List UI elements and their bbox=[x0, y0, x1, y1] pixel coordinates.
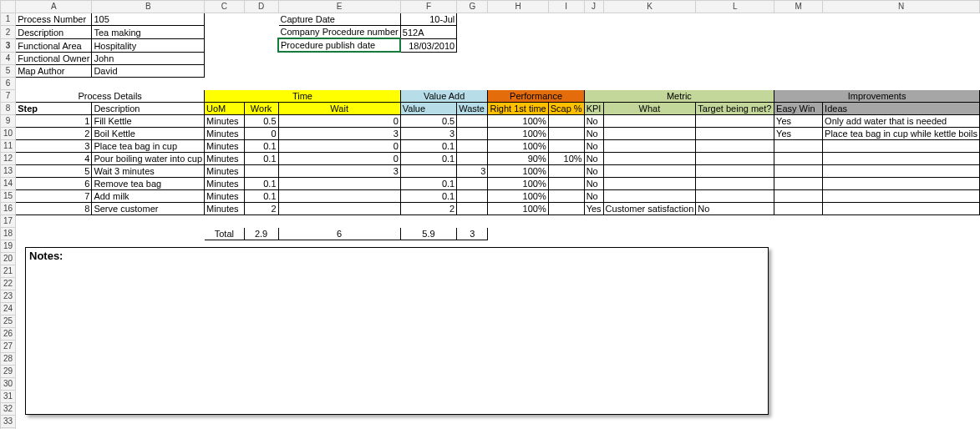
row-hdr[interactable]: 1 bbox=[1, 13, 16, 26]
cell[interactable]: 0 bbox=[278, 152, 400, 164]
cell[interactable] bbox=[823, 152, 980, 164]
cell[interactable]: 2 bbox=[400, 202, 456, 214]
cell[interactable]: John bbox=[92, 52, 205, 64]
cell[interactable]: 0 bbox=[278, 114, 400, 127]
cell[interactable]: 3 bbox=[400, 127, 456, 139]
cell[interactable]: Minutes bbox=[205, 139, 245, 152]
cell[interactable]: 0.1 bbox=[244, 177, 278, 189]
cell[interactable]: 0 bbox=[244, 127, 278, 139]
cell[interactable] bbox=[774, 189, 823, 202]
cell[interactable]: Functional Owner bbox=[16, 52, 92, 64]
cell[interactable] bbox=[548, 177, 584, 189]
cell[interactable] bbox=[457, 139, 488, 152]
table-row[interactable]: 135Wait 3 minutesMinutes33100%No bbox=[1, 164, 980, 177]
cell[interactable] bbox=[823, 177, 980, 189]
cell[interactable]: 10-Jul bbox=[400, 13, 456, 26]
table-row[interactable]: 168Serve customerMinutes22100%YesCustome… bbox=[1, 202, 980, 214]
table-row[interactable]: 113Place tea bag in cupMinutes0.100.1100… bbox=[1, 139, 980, 152]
cell[interactable] bbox=[774, 177, 823, 189]
cell[interactable] bbox=[244, 164, 278, 177]
cell[interactable]: 5 bbox=[16, 164, 92, 177]
cell[interactable] bbox=[457, 152, 488, 164]
cell[interactable]: 2 bbox=[16, 127, 92, 139]
cell[interactable] bbox=[457, 177, 488, 189]
cell[interactable]: 2 bbox=[244, 202, 278, 214]
col-D[interactable]: D bbox=[244, 1, 278, 13]
table-row[interactable]: 157Add milkMinutes0.10.1100%No bbox=[1, 189, 980, 202]
cell[interactable]: David bbox=[92, 64, 205, 77]
cell[interactable]: 1 bbox=[16, 114, 92, 127]
cell[interactable]: 3 bbox=[278, 127, 400, 139]
cell[interactable] bbox=[696, 164, 774, 177]
cell[interactable] bbox=[457, 202, 488, 214]
cell[interactable] bbox=[823, 189, 980, 202]
cell[interactable]: Serve customer bbox=[92, 202, 205, 214]
col-C[interactable]: C bbox=[205, 1, 245, 13]
cell[interactable]: Company Procedure number bbox=[278, 26, 400, 39]
cell[interactable] bbox=[774, 139, 823, 152]
cell[interactable]: 100% bbox=[488, 189, 548, 202]
cell[interactable]: 7 bbox=[16, 189, 92, 202]
cell[interactable]: Minutes bbox=[205, 177, 245, 189]
cell[interactable]: Minutes bbox=[205, 127, 245, 139]
cell[interactable]: Description bbox=[16, 26, 92, 39]
cell[interactable]: No bbox=[584, 189, 603, 202]
cell[interactable] bbox=[696, 139, 774, 152]
cell[interactable]: No bbox=[584, 177, 603, 189]
cell[interactable]: Pour boiling water into cup bbox=[92, 152, 205, 164]
cell[interactable] bbox=[696, 189, 774, 202]
cell[interactable]: Yes bbox=[584, 202, 603, 214]
cell[interactable]: Map Author bbox=[16, 64, 92, 77]
col-I[interactable]: I bbox=[548, 1, 584, 13]
col-M[interactable]: M bbox=[774, 1, 823, 13]
cell[interactable] bbox=[278, 202, 400, 214]
cell[interactable]: No bbox=[584, 152, 603, 164]
cell[interactable] bbox=[823, 139, 980, 152]
cell[interactable] bbox=[603, 139, 696, 152]
cell[interactable]: 100% bbox=[488, 202, 548, 214]
cell[interactable] bbox=[603, 127, 696, 139]
col-J[interactable]: J bbox=[584, 1, 603, 13]
cell[interactable] bbox=[548, 114, 584, 127]
cell[interactable] bbox=[603, 114, 696, 127]
cell[interactable]: Yes bbox=[774, 127, 823, 139]
cell[interactable]: 100% bbox=[488, 114, 548, 127]
cell[interactable]: Minutes bbox=[205, 152, 245, 164]
row-5[interactable]: 5 Map Author David bbox=[1, 64, 980, 77]
cell[interactable] bbox=[457, 189, 488, 202]
cell[interactable]: Capture Date bbox=[278, 13, 400, 26]
cell[interactable]: Tea making bbox=[92, 26, 205, 39]
cell[interactable] bbox=[603, 189, 696, 202]
cell[interactable]: Minutes bbox=[205, 114, 245, 127]
cell[interactable]: No bbox=[696, 202, 774, 214]
column-header-row[interactable]: A B C D E F G H I J K L M N bbox=[1, 1, 980, 13]
cell[interactable]: Boil Kettle bbox=[92, 127, 205, 139]
cell[interactable]: Minutes bbox=[205, 202, 245, 214]
row-3[interactable]: 3 Functional Area Hospitality Procedure … bbox=[1, 38, 980, 52]
cell[interactable] bbox=[457, 114, 488, 127]
row-1[interactable]: 1 Process Number 105 Capture Date 10-Jul bbox=[1, 13, 980, 26]
cell[interactable] bbox=[823, 202, 980, 214]
cell[interactable] bbox=[603, 152, 696, 164]
cell[interactable] bbox=[774, 152, 823, 164]
cell[interactable]: Add milk bbox=[92, 189, 205, 202]
cell[interactable] bbox=[278, 189, 400, 202]
cell[interactable]: 6 bbox=[16, 177, 92, 189]
cell[interactable]: Only add water that is needed bbox=[823, 114, 980, 127]
row-hdr[interactable]: 2 bbox=[1, 26, 16, 39]
cell[interactable]: 90% bbox=[488, 152, 548, 164]
active-cell[interactable]: Procedure publish date bbox=[278, 38, 400, 52]
cell[interactable]: 3 bbox=[278, 164, 400, 177]
cell[interactable]: No bbox=[584, 164, 603, 177]
cell[interactable]: No bbox=[584, 139, 603, 152]
col-N[interactable]: N bbox=[823, 1, 980, 13]
cell[interactable]: Fill Kettle bbox=[92, 114, 205, 127]
cell[interactable]: Functional Area bbox=[16, 38, 92, 52]
col-K[interactable]: K bbox=[603, 1, 696, 13]
cell[interactable] bbox=[457, 127, 488, 139]
col-H[interactable]: H bbox=[488, 1, 548, 13]
cell[interactable] bbox=[696, 152, 774, 164]
cell[interactable]: Minutes bbox=[205, 164, 245, 177]
row-4[interactable]: 4 Functional Owner John bbox=[1, 52, 980, 64]
cell[interactable]: 3 bbox=[16, 139, 92, 152]
